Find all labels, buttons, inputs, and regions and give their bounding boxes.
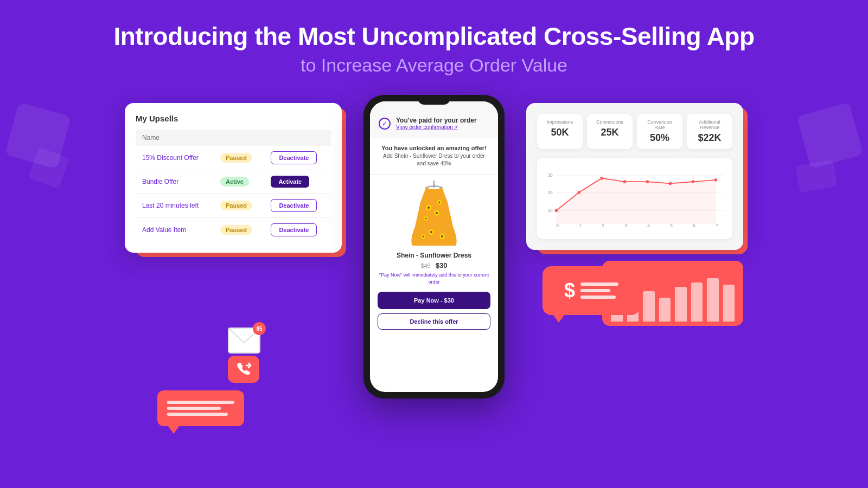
svg-point-6 (427, 207, 430, 209)
phone-price: $49 $30 (370, 259, 498, 272)
phone-pay-note: "Pay Now" will immediately add this to y… (370, 272, 498, 290)
bar-4 (675, 287, 687, 322)
svg-text:30: 30 (547, 172, 553, 178)
offer-status: Paused (214, 218, 264, 242)
svg-text:3: 3 (624, 223, 627, 228)
right-panel: Impressions50KConversions25KConversion R… (526, 103, 743, 337)
svg-text:6: 6 (693, 223, 695, 228)
headline: Introducing the Most Uncomplicated Cross… (11, 22, 857, 52)
stat-box-3: Additional Revenue$22K (687, 114, 732, 149)
stat-label: Additional Revenue (693, 119, 726, 130)
offer-status: Active (214, 170, 264, 194)
chat-line-2 (167, 407, 221, 410)
stat-label: Conversion Rate (643, 119, 676, 130)
chat-bubble (157, 390, 244, 426)
phone-screen: You've paid for your order View order co… (370, 101, 498, 392)
mail-icon-wrap: 85 (228, 328, 260, 356)
stat-label: Impressions (544, 119, 576, 125)
phone-notch (418, 95, 450, 105)
offer-name: Last 20 minutes left (136, 194, 214, 218)
svg-point-10 (425, 218, 427, 220)
stat-value: $22K (693, 132, 726, 144)
svg-point-8 (436, 212, 438, 214)
chart-container: 30 20 10 0 1 2 3 4 5 6 7 (537, 158, 732, 239)
check-icon (379, 118, 391, 130)
svg-text:1: 1 (579, 223, 582, 228)
upsells-title: My Upsells (136, 114, 331, 123)
deactivate-button[interactable]: Deactivate (271, 199, 317, 212)
bar-2 (643, 291, 655, 322)
col-status (214, 130, 264, 146)
subheadline: to Increase Average Order Value (11, 55, 857, 76)
stat-box-0: Impressions50K (537, 114, 583, 149)
phone-header: You've paid for your order View order co… (370, 101, 498, 138)
phone-price-new: $30 (436, 261, 448, 269)
col-action (264, 130, 331, 146)
svg-point-12 (439, 202, 441, 203)
dress-image (401, 178, 467, 248)
offer-action-cell: Activate (264, 170, 331, 194)
table-row: Bundle OfferActiveActivate (136, 170, 331, 194)
pay-now-button[interactable]: Pay Now - $30 (378, 292, 490, 309)
offer-action-cell: Deactivate (264, 218, 331, 242)
offer-status: Paused (214, 146, 264, 170)
svg-text:2: 2 (602, 223, 604, 228)
stat-value: 50% (643, 132, 676, 144)
stat-value: 25K (593, 127, 626, 138)
chat-line-1 (167, 401, 234, 404)
phone-offer-desc: Add Shein - Sunflower Dress to your orde… (379, 152, 489, 168)
status-badge: Active (220, 177, 249, 187)
main-content: My Upsells Name 15% Discount OfferPaused… (0, 87, 868, 399)
bar-7 (723, 285, 735, 322)
offer-name: Bundle Offer (136, 170, 214, 194)
offer-action-cell: Deactivate (264, 194, 331, 218)
phone-order-link[interactable]: View order confirmation > (396, 124, 477, 130)
center-panel: You've paid for your order View order co… (363, 95, 505, 399)
phone-offer-title: You have unlocked an amazing offer! (379, 145, 489, 151)
svg-text:7: 7 (716, 223, 718, 228)
upsells-card: My Upsells Name 15% Discount OfferPaused… (125, 103, 342, 253)
table-row: Last 20 minutes leftPausedDeactivate (136, 194, 331, 218)
offer-status: Paused (214, 194, 264, 218)
status-badge: Paused (220, 225, 252, 235)
deactivate-button[interactable]: Deactivate (271, 223, 317, 236)
deactivate-button[interactable]: Deactivate (271, 151, 317, 164)
phone-order-title: You've paid for your order (396, 117, 477, 124)
svg-text:5: 5 (670, 223, 673, 228)
line-chart: 30 20 10 0 1 2 3 4 5 6 7 (544, 165, 726, 230)
status-badge: Paused (220, 153, 252, 163)
status-badge: Paused (220, 201, 252, 210)
svg-point-14 (430, 231, 432, 233)
phone-offer-banner: You have unlocked an amazing offer! Add … (370, 138, 498, 175)
upsells-table: Name 15% Discount OfferPausedDeactivateB… (136, 130, 331, 242)
bar-5 (691, 282, 703, 322)
phone-price-old: $49 (420, 262, 430, 269)
col-name: Name (136, 130, 214, 146)
analytics-card: Impressions50KConversions25KConversion R… (526, 103, 743, 250)
table-row: 15% Discount OfferPausedDeactivate (136, 146, 331, 170)
stat-box-1: Conversions25K (587, 114, 633, 149)
header: Introducing the Most Uncomplicated Cross… (0, 0, 868, 87)
chat-line-3 (167, 413, 228, 416)
table-row: Add Value ItemPausedDeactivate (136, 218, 331, 242)
phone-mockup: You've paid for your order View order co… (363, 95, 505, 399)
mail-badge: 85 (253, 322, 266, 335)
phone-icon (235, 361, 252, 377)
svg-text:4: 4 (647, 223, 650, 228)
analytics-stats: Impressions50KConversions25KConversion R… (537, 114, 732, 149)
decline-offer-button[interactable]: Decline this offer (378, 313, 490, 330)
activate-button[interactable]: Activate (271, 176, 309, 188)
stat-label: Conversions (593, 119, 626, 125)
offer-name: Add Value Item (136, 218, 214, 242)
stat-box-2: Conversion Rate50% (637, 114, 682, 149)
offer-name: 15% Discount Offer (136, 146, 214, 170)
stat-value: 50K (544, 127, 576, 138)
bar-3 (659, 298, 671, 322)
dollar-icon: $ (564, 279, 575, 302)
phone-product-name: Shein - Sunflower Dress (370, 252, 498, 259)
bar-6 (707, 278, 719, 322)
svg-text:10: 10 (547, 208, 553, 213)
offer-action-cell: Deactivate (264, 146, 331, 170)
svg-text:20: 20 (547, 190, 553, 195)
svg-point-18 (423, 236, 424, 237)
